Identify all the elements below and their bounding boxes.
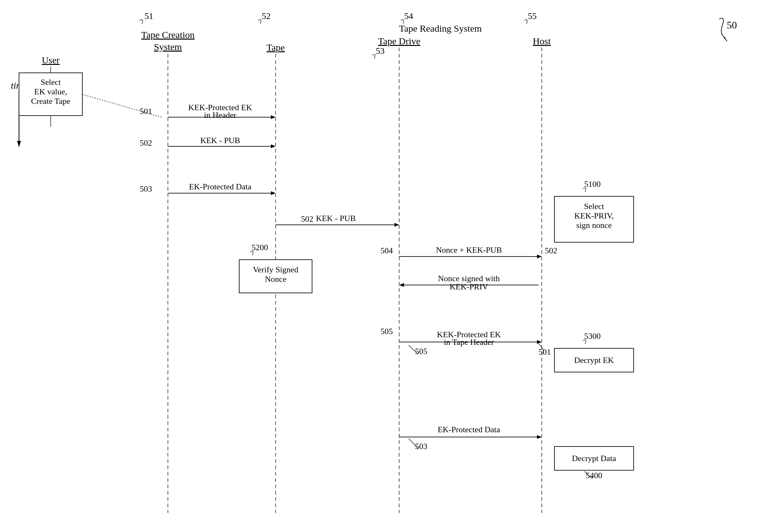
ref55-curve bbox=[524, 20, 527, 24]
msg5-label: Nonce + KEK-PUB bbox=[436, 245, 502, 255]
ref-5300: 5300 bbox=[584, 332, 601, 341]
msg3-label: EK-Protected Data bbox=[189, 182, 251, 191]
ref-54: 54 bbox=[404, 11, 413, 21]
ref-502-right: 502 bbox=[545, 246, 557, 255]
ref-51: 51 bbox=[144, 11, 153, 21]
figure-number: 50 bbox=[727, 19, 737, 31]
actor-host-label: Host bbox=[533, 36, 551, 46]
ref-5400: 5400 bbox=[586, 471, 602, 480]
msg8-label: EK-Protected Data bbox=[438, 425, 500, 434]
msg6-label2: KEK-PRIV bbox=[450, 282, 488, 291]
actor-tape-drive-label: Tape Drive bbox=[378, 36, 421, 46]
msg7-arrowhead bbox=[537, 340, 542, 344]
sequence-diagram-svg: 50 time User 51 Tape Creation System 52 … bbox=[0, 0, 767, 532]
ref-505-left: 505 bbox=[380, 327, 393, 336]
msg4-label: KEK - PUB bbox=[316, 214, 356, 223]
verify-nonce-text2: Nonce bbox=[265, 275, 286, 284]
ref-53: 53 bbox=[376, 46, 385, 56]
msg4-arrowhead bbox=[395, 223, 399, 227]
actor-tape-label: Tape bbox=[266, 42, 285, 53]
time-arrow-head bbox=[17, 141, 21, 147]
ref-505-curve-label: 505 bbox=[415, 347, 428, 356]
msg1-label2: in Header bbox=[204, 111, 236, 120]
msg6-arrowhead bbox=[399, 283, 404, 287]
msg3-arrowhead bbox=[271, 191, 276, 195]
decrypt-data-text: Decrypt Data bbox=[572, 454, 616, 463]
tape-reading-system-label: Tape Reading System bbox=[399, 23, 482, 34]
ref-502-read-above: 502 bbox=[301, 214, 313, 224]
msg2-arrowhead bbox=[271, 144, 276, 148]
msg1-arrowhead bbox=[271, 115, 276, 119]
select-kek-text3: sign nonce bbox=[576, 221, 612, 230]
msg7-label2: in Tape Header bbox=[444, 338, 494, 347]
user-box-text2: EK value, bbox=[34, 87, 67, 96]
ref53-curve bbox=[372, 54, 375, 59]
diagram-container: 50 time User 51 Tape Creation System 52 … bbox=[0, 0, 767, 532]
ref-502-create: 502 bbox=[140, 138, 152, 148]
user-box-text3: Create Tape bbox=[31, 97, 70, 106]
select-kek-text1: Select bbox=[584, 202, 604, 211]
msg2-label: KEK - PUB bbox=[200, 136, 240, 145]
ref-501-read: 501 bbox=[539, 347, 551, 357]
user-box-text1: Select bbox=[41, 78, 61, 87]
ref-503-create: 503 bbox=[140, 184, 152, 193]
ref-5100: 5100 bbox=[584, 180, 601, 189]
actor-user-label: User bbox=[42, 55, 60, 65]
ref-52: 52 bbox=[262, 11, 270, 21]
ref-55: 55 bbox=[528, 11, 537, 21]
msg8-arrowhead bbox=[537, 435, 542, 439]
ref-5200: 5200 bbox=[251, 243, 268, 252]
ref52-curve bbox=[258, 20, 261, 24]
ref-503-curve-label: 503 bbox=[415, 442, 428, 451]
select-kek-text2: KEK-PRIV, bbox=[574, 211, 614, 220]
actor-tape-creation-label1: Tape Creation bbox=[141, 29, 195, 40]
msg6-label1: Nonce signed with bbox=[438, 274, 500, 283]
msg5-arrowhead bbox=[537, 255, 542, 258]
fig50-arrow bbox=[719, 18, 726, 38]
ref-504: 504 bbox=[380, 246, 393, 255]
actor-tape-creation-label2: System bbox=[154, 41, 182, 52]
verify-nonce-text1: Verify Signed bbox=[253, 265, 298, 274]
decrypt-ek-text: Decrypt EK bbox=[574, 356, 614, 365]
ref51-curve bbox=[139, 20, 143, 24]
